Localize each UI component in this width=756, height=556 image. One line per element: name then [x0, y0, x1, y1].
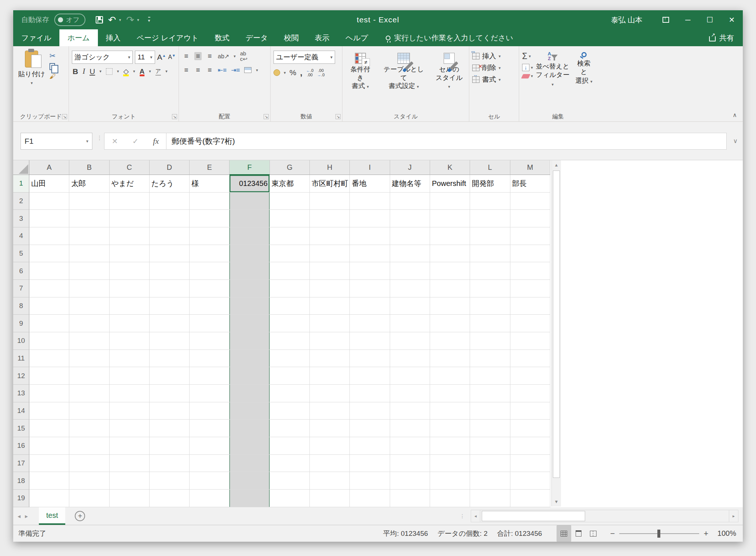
cell-L5[interactable] [470, 245, 510, 263]
accounting-format-icon[interactable] [274, 69, 280, 76]
cell-C1[interactable]: やまだ [110, 175, 150, 193]
cell-C14[interactable] [110, 402, 150, 420]
cell-I18[interactable] [350, 472, 390, 490]
decrease-font-icon[interactable]: A▼ [168, 54, 176, 61]
cell-I11[interactable] [350, 350, 390, 367]
tab-insert[interactable]: 挿入 [98, 29, 129, 46]
cell-H2[interactable] [310, 193, 350, 210]
comma-style-icon[interactable]: , [300, 67, 302, 78]
user-name[interactable]: 泰弘 山本 [611, 15, 642, 25]
font-size-combo[interactable]: 11▾ [135, 51, 155, 64]
cell-D10[interactable] [150, 332, 190, 350]
cell-C6[interactable] [110, 262, 150, 280]
cell-C4[interactable] [110, 227, 150, 245]
column-header-M[interactable]: M [510, 160, 550, 175]
sheet-tab-test[interactable]: test [39, 507, 65, 525]
row-header-2[interactable]: 2 [13, 193, 29, 210]
cell-K4[interactable] [430, 227, 470, 245]
cell-C15[interactable] [110, 420, 150, 437]
cell-F4[interactable] [230, 227, 269, 245]
autosave-toggle[interactable]: オフ [54, 14, 85, 26]
sheet-nav-right-icon[interactable]: ▸ [25, 513, 32, 520]
cell-J6[interactable] [390, 262, 430, 280]
row-header-16[interactable]: 16 [13, 437, 29, 455]
align-center-icon[interactable]: ≡ [194, 66, 202, 74]
cell-G4[interactable] [270, 227, 310, 245]
cell-J9[interactable] [390, 315, 430, 332]
row-header-8[interactable]: 8 [13, 297, 29, 315]
cell-G17[interactable] [270, 455, 310, 472]
cell-J15[interactable] [390, 420, 430, 437]
cell-K10[interactable] [430, 332, 470, 350]
cell-D18[interactable] [150, 472, 190, 490]
cell-G7[interactable] [270, 280, 310, 297]
wrap-text-icon[interactable]: abc↩ [240, 51, 247, 62]
cell-F12[interactable] [230, 367, 269, 385]
cell-B4[interactable] [69, 227, 109, 245]
select-all-corner[interactable] [13, 160, 29, 175]
cell-G5[interactable] [270, 245, 310, 263]
cell-G18[interactable] [270, 472, 310, 490]
merge-dropdown-icon[interactable]: ▾ [256, 68, 258, 73]
cell-K19[interactable] [430, 490, 470, 507]
scroll-down-icon[interactable]: ▼ [552, 497, 561, 506]
cell-J19[interactable] [390, 490, 430, 507]
cell-G2[interactable] [270, 193, 310, 210]
cell-F15[interactable] [230, 420, 269, 437]
cell-A5[interactable] [29, 245, 69, 263]
cell-K5[interactable] [430, 245, 470, 263]
increase-decimal-icon[interactable]: ←.0.00 [306, 68, 313, 77]
cell-A14[interactable] [29, 402, 69, 420]
cell-D7[interactable] [150, 280, 190, 297]
font-color-icon[interactable]: A [140, 67, 145, 76]
row-header-12[interactable]: 12 [13, 367, 29, 385]
cell-B2[interactable] [69, 193, 109, 210]
cell-B19[interactable] [69, 490, 109, 507]
share-button[interactable]: 共有 [709, 29, 743, 46]
tab-home[interactable]: ホーム [59, 29, 98, 46]
cell-styles-button[interactable]: セルのスタイル ▾ [432, 51, 467, 92]
row-header-11[interactable]: 11 [13, 350, 29, 367]
underline-dropdown-icon[interactable]: ▾ [99, 69, 102, 74]
cell-D9[interactable] [150, 315, 190, 332]
cell-D14[interactable] [150, 402, 190, 420]
cell-C17[interactable] [110, 455, 150, 472]
tab-help[interactable]: ヘルプ [338, 29, 376, 46]
cell-H8[interactable] [310, 297, 350, 315]
orientation-icon[interactable]: ab↗ [218, 53, 229, 60]
cell-F18[interactable] [230, 472, 269, 490]
number-format-combo[interactable]: ユーザー定義▾ [274, 51, 335, 64]
cell-F17[interactable] [230, 455, 269, 472]
scroll-left-icon[interactable]: ◂ [471, 510, 480, 522]
column-header-I[interactable]: I [350, 160, 390, 175]
top-align-icon[interactable]: ≡ [183, 55, 190, 58]
cell-I17[interactable] [350, 455, 390, 472]
cell-M3[interactable] [510, 210, 550, 227]
cell-D11[interactable] [150, 350, 190, 367]
cell-B18[interactable] [69, 472, 109, 490]
conditional-formatting-button[interactable]: ≠ 条件付き書式 ▾ [345, 51, 376, 92]
cell-F7[interactable] [230, 280, 269, 297]
cell-H1[interactable]: 市区町村町 [310, 175, 350, 193]
cell-E18[interactable] [190, 472, 230, 490]
cell-G9[interactable] [270, 315, 310, 332]
cell-H11[interactable] [310, 350, 350, 367]
cell-J4[interactable] [390, 227, 430, 245]
column-header-F[interactable]: F [230, 160, 269, 175]
cell-C12[interactable] [110, 367, 150, 385]
phonetic-guide-icon[interactable]: ア [155, 68, 161, 75]
cell-C7[interactable] [110, 280, 150, 297]
cell-A7[interactable] [29, 280, 69, 297]
cell-M7[interactable] [510, 280, 550, 297]
cell-L7[interactable] [470, 280, 510, 297]
cell-F19[interactable] [230, 490, 269, 507]
cell-A3[interactable] [29, 210, 69, 227]
cell-J1[interactable]: 建物名等 [390, 175, 430, 193]
cell-D5[interactable] [150, 245, 190, 263]
cell-L19[interactable] [470, 490, 510, 507]
cell-D17[interactable] [150, 455, 190, 472]
bottom-align-icon[interactable]: ≡ [206, 52, 213, 60]
column-header-G[interactable]: G [270, 160, 310, 175]
tab-data[interactable]: データ [238, 29, 276, 46]
cell-B5[interactable] [69, 245, 109, 263]
